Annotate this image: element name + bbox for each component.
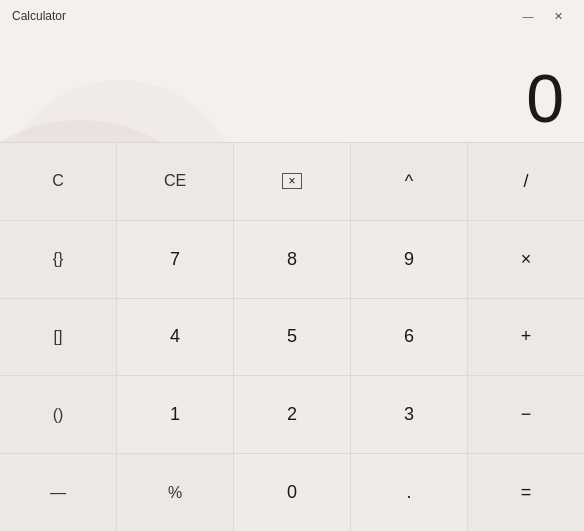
button-ce[interactable]: CE bbox=[117, 143, 233, 220]
close-button[interactable]: ✕ bbox=[544, 6, 572, 26]
button-2[interactable]: 2 bbox=[234, 376, 350, 453]
button-multiply[interactable]: × bbox=[468, 221, 584, 298]
display-value: 0 bbox=[526, 64, 564, 132]
button-square[interactable]: [] bbox=[0, 299, 116, 376]
button-4[interactable]: 4 bbox=[117, 299, 233, 376]
button-backspace[interactable] bbox=[234, 143, 350, 220]
buttons-grid: CCE^/{}789×[]456+()123−—%0.= bbox=[0, 142, 584, 531]
title-controls: — ✕ bbox=[514, 6, 572, 26]
button-9[interactable]: 9 bbox=[351, 221, 467, 298]
button-8[interactable]: 8 bbox=[234, 221, 350, 298]
button-7[interactable]: 7 bbox=[117, 221, 233, 298]
button-1[interactable]: 1 bbox=[117, 376, 233, 453]
title-bar: Calculator — ✕ bbox=[0, 0, 584, 32]
button-paren[interactable]: () bbox=[0, 376, 116, 453]
button-subtract[interactable]: − bbox=[468, 376, 584, 453]
button-power[interactable]: ^ bbox=[351, 143, 467, 220]
calculator-window: Calculator — ✕ 0 CCE^/{}789×[]456+()123−… bbox=[0, 0, 584, 531]
display-area: 0 bbox=[0, 32, 584, 142]
button-equals[interactable]: = bbox=[468, 454, 584, 531]
button-decimal[interactable]: . bbox=[351, 454, 467, 531]
button-3[interactable]: 3 bbox=[351, 376, 467, 453]
button-6[interactable]: 6 bbox=[351, 299, 467, 376]
button-percent[interactable]: % bbox=[117, 454, 233, 531]
minimize-button[interactable]: — bbox=[514, 6, 542, 26]
window-title: Calculator bbox=[12, 9, 66, 23]
button-divide[interactable]: / bbox=[468, 143, 584, 220]
button-0[interactable]: 0 bbox=[234, 454, 350, 531]
button-add[interactable]: + bbox=[468, 299, 584, 376]
button-5[interactable]: 5 bbox=[234, 299, 350, 376]
button-negate[interactable]: — bbox=[0, 454, 116, 531]
button-curly[interactable]: {} bbox=[0, 221, 116, 298]
button-c[interactable]: C bbox=[0, 143, 116, 220]
